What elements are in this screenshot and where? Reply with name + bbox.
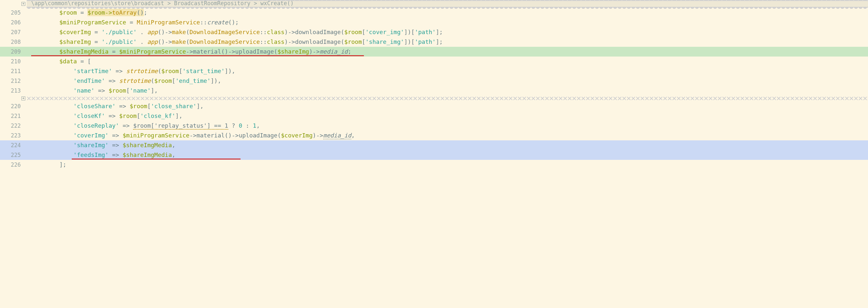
line-number[interactable]: 210 — [0, 57, 27, 66]
fold-separator: + — [0, 95, 868, 101]
code-content[interactable]: 'closeShare' => $room['close_share'], — [27, 101, 868, 111]
line-number[interactable]: 211 — [0, 66, 27, 76]
code-line[interactable]: 224 'shareImg' => $shareImgMedia, — [0, 140, 868, 150]
line-number[interactable]: 225 — [0, 150, 27, 160]
code-content[interactable]: 'coverImg' => $miniProgramService->mater… — [27, 131, 868, 140]
line-number[interactable]: 212 — [0, 76, 27, 86]
code-content[interactable]: $shareImgMedia = $miniProgramService->ma… — [27, 47, 868, 57]
line-number[interactable]: 221 — [0, 111, 27, 121]
code-content[interactable]: 'startTime' => strtotime($room['start_ti… — [27, 66, 868, 76]
code-content[interactable]: 'feedsImg' => $shareImgMedia, — [27, 150, 868, 160]
code-line[interactable]: 223 'coverImg' => $miniProgramService->m… — [0, 131, 868, 140]
line-number[interactable]: 226 — [0, 160, 27, 170]
code-content[interactable]: $miniProgramService = MiniProgramService… — [27, 18, 868, 27]
line-number[interactable]: 222 — [0, 121, 27, 131]
code-line[interactable]: 209 $shareImgMedia = $miniProgramService… — [0, 47, 868, 57]
code-line[interactable]: 225 'feedsImg' => $shareImgMedia, — [0, 150, 868, 160]
code-editor[interactable]: + \app\common\repositories\store\broadca… — [0, 0, 868, 170]
line-number[interactable]: 207 — [0, 27, 27, 37]
code-content[interactable]: 'closeReplay' => $room['replay_status'] … — [27, 121, 868, 131]
code-line[interactable]: 222 'closeReplay' => $room['replay_statu… — [0, 121, 868, 131]
code-content[interactable]: 'name' => $room['name'], — [27, 86, 868, 95]
code-block-1[interactable]: 205 $room = $room->toArray();206 $miniPr… — [0, 8, 868, 95]
code-line[interactable]: 221 'closeKf' => $room['close_kf'], — [0, 111, 868, 121]
code-content[interactable]: $data = [ — [27, 57, 868, 66]
code-content[interactable]: 'closeKf' => $room['close_kf'], — [27, 111, 868, 121]
code-content[interactable]: 'shareImg' => $shareImgMedia, — [27, 140, 868, 150]
code-content[interactable]: $coverImg = './public' . app()->make(Dow… — [27, 27, 868, 37]
line-number[interactable]: 205 — [0, 8, 27, 18]
code-line[interactable]: 220 'closeShare' => $room['close_share']… — [0, 101, 868, 111]
code-block-2[interactable]: 220 'closeShare' => $room['close_share']… — [0, 101, 868, 170]
red-underline-annotation — [31, 55, 364, 56]
code-line[interactable]: 213 'name' => $room['name'], — [0, 86, 868, 95]
code-content[interactable]: 'endTime' => strtotime($room['end_time']… — [27, 76, 868, 86]
code-line[interactable]: 205 $room = $room->toArray(); — [0, 8, 868, 18]
code-line[interactable]: 226 ]; — [0, 160, 868, 170]
expand-fold-icon[interactable]: + — [22, 2, 25, 6]
line-number[interactable]: 224 — [0, 140, 27, 150]
breadcrumb-row: + \app\common\repositories\store\broadca… — [0, 0, 868, 8]
line-number[interactable]: 220 — [0, 101, 27, 111]
red-underline-annotation — [72, 159, 241, 160]
code-line[interactable]: 210 $data = [ — [0, 57, 868, 66]
line-number[interactable]: 208 — [0, 37, 27, 47]
code-line[interactable]: 211 'startTime' => strtotime($room['star… — [0, 66, 868, 76]
code-line[interactable]: 212 'endTime' => strtotime($room['end_ti… — [0, 76, 868, 86]
line-number[interactable]: 206 — [0, 18, 27, 27]
code-line[interactable]: 206 $miniProgramService = MiniProgramSer… — [0, 18, 868, 27]
line-number[interactable]: 213 — [0, 86, 27, 95]
code-line[interactable]: 207 $coverImg = './public' . app()->make… — [0, 27, 868, 37]
line-number[interactable]: 209 — [0, 47, 27, 57]
code-content[interactable]: ]; — [27, 160, 868, 170]
line-number[interactable]: 223 — [0, 131, 27, 140]
code-line[interactable]: 208 $shareImg = './public' . app()->make… — [0, 37, 868, 47]
code-content[interactable]: $shareImg = './public' . app()->make(Dow… — [27, 37, 868, 47]
expand-fold-icon[interactable]: + — [22, 96, 25, 101]
code-content[interactable]: $room = $room->toArray(); — [27, 8, 868, 18]
